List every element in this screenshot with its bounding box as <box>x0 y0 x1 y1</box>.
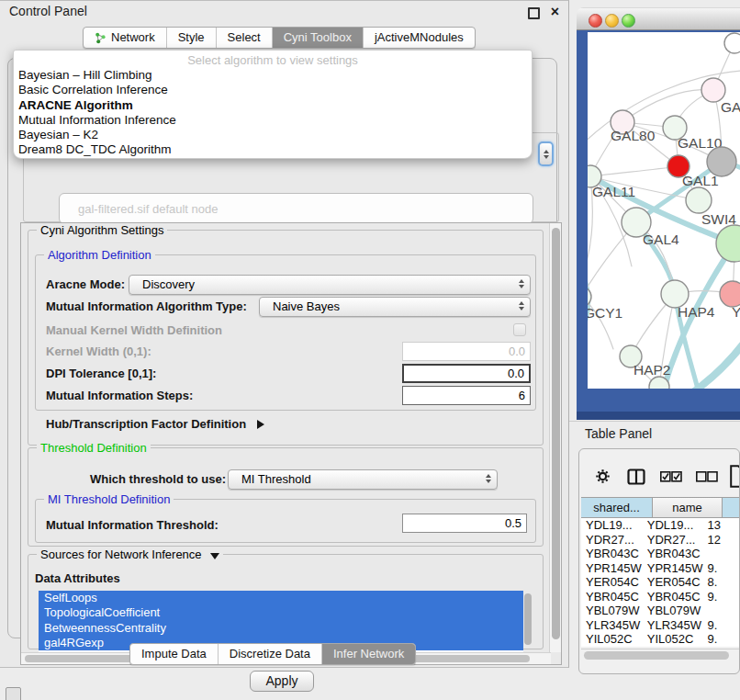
select-all-checkboxes-icon[interactable] <box>660 471 682 482</box>
apply-button[interactable]: Apply <box>250 671 314 692</box>
combo-arrows-icon <box>519 279 524 288</box>
network-node[interactable] <box>716 225 740 262</box>
table-cell: 9. <box>704 632 739 647</box>
sources-title[interactable]: Sources for Network Inference <box>37 548 223 561</box>
algorithm-option[interactable]: ARACNE Algorithm <box>14 98 532 113</box>
table-panel-title: Table Panel <box>585 426 652 441</box>
table-panel: shared...name YDL19...YDL19...13YDR27...… <box>578 448 740 674</box>
tab-label: Select <box>228 28 261 48</box>
algorithm-option[interactable]: Basic Correlation Inference <box>14 83 532 97</box>
deselect-all-checkboxes-icon[interactable] <box>696 471 718 482</box>
network-node-y[interactable] <box>720 281 740 307</box>
data-attribute-item[interactable]: TopologicalCoefficient <box>39 605 523 620</box>
tab-style[interactable]: Style <box>167 28 217 48</box>
table-cell: YDR27... <box>644 533 704 548</box>
table-cell: YPR145W <box>644 561 704 576</box>
mi-type-value: Naive Bayes <box>273 299 340 313</box>
algorithm-option[interactable]: Bayesian – K2 <box>14 128 532 142</box>
node-label: HAP2 <box>633 362 671 378</box>
data-attribute-item[interactable]: SelfLoops <box>39 591 523 605</box>
tab-label: Style <box>178 28 205 48</box>
close-traffic-light[interactable] <box>589 14 602 28</box>
node-label: HAP4 <box>678 304 715 320</box>
node-label: GAL4 <box>643 231 679 247</box>
expanded-arrow-icon <box>210 553 219 559</box>
network-node-swi4[interactable] <box>686 187 712 213</box>
table-row[interactable]: YBL079WYBL079W <box>581 604 739 618</box>
collapsed-arrow-icon <box>257 420 264 429</box>
table-row[interactable]: YDR27...YDR27...12 <box>581 533 739 548</box>
table-cell: YBR043C <box>581 547 644 561</box>
split-columns-icon[interactable] <box>627 468 645 486</box>
minimize-traffic-light[interactable] <box>605 14 619 28</box>
table-cell <box>704 604 739 618</box>
algorithm-option[interactable]: Mutual Information Inference <box>14 113 532 128</box>
tab-select[interactable]: Select <box>217 28 273 48</box>
tab-cyni-toolbox[interactable]: Cyni Toolbox <box>273 28 364 48</box>
table-row[interactable]: YPR145WYPR145W9. <box>581 561 739 576</box>
tab-label: jActiveMNodules <box>375 28 464 48</box>
bottom-left-icon[interactable] <box>6 687 21 700</box>
table-cell: YER054C <box>581 575 644 590</box>
table-row[interactable]: YER054CYER054C8. <box>581 575 739 590</box>
tab-label: Impute Data <box>141 644 207 664</box>
mi-threshold-label: Mutual Information Threshold: <box>46 518 219 532</box>
network-tab-icon <box>95 32 107 44</box>
table-toolbar <box>579 449 739 497</box>
gear-icon[interactable] <box>595 469 611 484</box>
table-cell: 8. <box>704 575 739 590</box>
algorithm-option[interactable]: Dream8 DC_TDC Algorithm <box>14 142 532 157</box>
table-row[interactable]: YDL19...YDL19...13 <box>581 518 739 533</box>
column-header-col2[interactable] <box>723 498 740 517</box>
mi-steps-field[interactable]: 6 <box>402 386 531 405</box>
control-panel-tabs: NetworkStyleSelectCyni ToolboxjActiveMNo… <box>83 27 476 49</box>
mi-threshold-field[interactable]: 0.5 <box>402 514 527 533</box>
tab-network[interactable]: Network <box>84 28 167 48</box>
zoom-traffic-light[interactable] <box>622 14 635 28</box>
hub-definition-toggle[interactable]: Hub/Transcription Factor Definition <box>46 417 264 431</box>
algorithm-option[interactable]: Bayesian – Hill Climbing <box>14 68 532 83</box>
table-row[interactable]: YBR045CYBR045C9. <box>581 590 739 604</box>
mi-type-combobox[interactable]: Naive Bayes <box>259 297 531 317</box>
table-row[interactable]: YLR345WYLR345W9. <box>581 618 739 633</box>
manual-kernel-checkbox[interactable] <box>513 323 526 336</box>
algorithm-combobox-arrows[interactable] <box>538 141 554 166</box>
close-icon[interactable]: × <box>551 1 559 22</box>
kernel-width-label: Kernel Width (0,1): <box>46 344 151 358</box>
mi-threshold-group-title: MI Threshold Definition <box>44 492 174 506</box>
float-window-icon[interactable] <box>528 7 540 19</box>
combo-arrows-icon <box>519 301 524 310</box>
table-horizontal-scrollbar <box>581 649 739 660</box>
aracne-mode-label: Aracne Mode: <box>46 277 125 291</box>
which-threshold-combobox[interactable]: MI Threshold <box>228 469 498 490</box>
dpi-tolerance-field[interactable]: 0.0 <box>402 364 531 383</box>
tab-label: Discretize Data <box>230 644 310 664</box>
vertical-scrollbar-thumb[interactable] <box>552 228 560 639</box>
table-row[interactable]: YIL052CYIL052C9. <box>581 632 739 647</box>
network-node[interactable] <box>724 33 740 53</box>
network-frame: GAL7GAL80GAL10GAL1GAL11SWI4GAL4GCY1HAP4Y… <box>577 30 740 420</box>
tab-jactivemnodules[interactable]: jActiveMNodules <box>364 28 475 48</box>
table-cell: YLR345W <box>644 618 704 633</box>
table-scrollbar-thumb[interactable] <box>584 651 729 660</box>
aracne-mode-combobox[interactable]: Discovery <box>129 275 531 295</box>
network-canvas[interactable]: GAL7GAL80GAL10GAL1GAL11SWI4GAL4GCY1HAP4Y… <box>588 32 740 389</box>
aracne-mode-value: Discovery <box>142 277 195 291</box>
column-header-shared[interactable]: shared... <box>581 498 653 517</box>
document-icon[interactable] <box>730 465 740 488</box>
list-scrollbar-thumb[interactable] <box>524 593 532 645</box>
table-row[interactable]: YBR043CYBR043C <box>581 547 739 561</box>
network-source-combobox[interactable]: gal-filtered.sif default node <box>59 193 533 224</box>
table-cell: YIL052C <box>644 632 704 647</box>
table-cell: 9. <box>704 561 739 576</box>
table-cell: YLR345W <box>581 618 644 633</box>
column-header-name[interactable]: name <box>653 498 723 517</box>
network-edge[interactable] <box>590 166 678 176</box>
table-cell: YPR145W <box>581 561 644 576</box>
tab-discretize-data[interactable]: Discretize Data <box>219 644 322 664</box>
kernel-width-field[interactable]: 0.0 <box>402 342 531 361</box>
table-rows: YDL19...YDL19...13YDR27...YDR27...12YBR0… <box>581 518 739 647</box>
tab-impute-data[interactable]: Impute Data <box>130 644 219 664</box>
data-attribute-item[interactable]: BetweennessCentrality <box>39 621 523 636</box>
tab-infer-network[interactable]: Infer Network <box>322 644 415 664</box>
